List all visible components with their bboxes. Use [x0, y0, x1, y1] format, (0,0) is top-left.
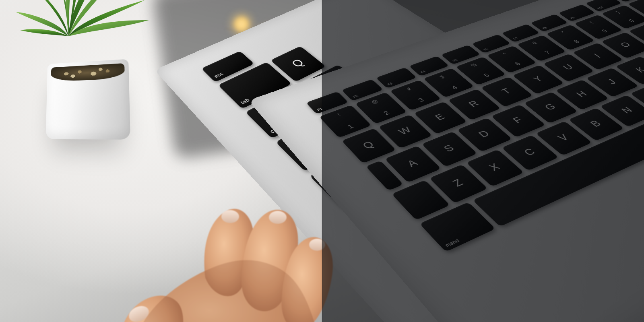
key-label-upper: $ [439, 75, 446, 79]
soil-pebbles [53, 64, 122, 81]
key-label-lower: 8 [572, 39, 581, 44]
key-label-lower: 4 [450, 85, 459, 91]
hand-on-keyboard [101, 193, 358, 322]
key-label: N [619, 105, 636, 115]
key-label-upper: & [531, 41, 539, 45]
photo-scene: esc tab Q caps lock A shift Z option F1F… [0, 0, 644, 322]
key-label: J [605, 77, 619, 86]
key-label: F10 [597, 6, 605, 10]
key-label: A [405, 157, 420, 169]
key-label-upper: ) [615, 10, 621, 14]
key-label: W [396, 125, 414, 136]
key-label-lower: 9 [600, 29, 609, 34]
key-label: F3 [386, 82, 393, 86]
key-label: X [486, 161, 503, 173]
key-label: Q [360, 139, 377, 151]
key-label: F9 [569, 17, 576, 20]
key-label-lower: 2 [382, 110, 391, 116]
key-label: C [521, 147, 538, 158]
key-label: D [476, 128, 492, 139]
key-label: O [618, 41, 634, 49]
key-label: Y [530, 74, 545, 84]
key-label: F11 [623, 0, 630, 0]
key-label: E [432, 112, 447, 122]
key-label-lower: 6 [513, 61, 522, 66]
key-label: F8 [541, 26, 548, 29]
key-label: I [592, 52, 603, 59]
svg-point-1 [221, 210, 239, 223]
key-label-upper: ^ [502, 52, 508, 56]
succulent-plant-icon [16, 0, 153, 48]
key-label: Z [450, 177, 466, 189]
key-label-lower: 3 [417, 97, 426, 103]
key-label: U [560, 63, 576, 72]
svg-point-3 [309, 239, 325, 251]
key-label: H [574, 89, 590, 99]
key-label: K [633, 65, 644, 74]
key-label: F4 [420, 70, 427, 74]
key-label: T [499, 87, 514, 96]
key-label: F5 [452, 58, 458, 62]
key-label: F6 [483, 47, 489, 51]
key-label-lower: 0 [627, 19, 636, 23]
key-label: F [510, 115, 525, 125]
key-label-upper: ( [588, 21, 594, 24]
key-label-upper: # [406, 87, 413, 92]
key-label: B [588, 118, 604, 129]
key-label-lower: 1 [346, 123, 355, 130]
key-label: S [441, 143, 457, 154]
key-label: R [466, 99, 482, 109]
key-label: F7 [512, 37, 519, 40]
key-label-upper: * [560, 31, 567, 34]
key-label: F1 [316, 107, 323, 111]
key-label: G [542, 102, 558, 112]
key-label-upper: % [470, 63, 478, 68]
key-label-lower: 5 [482, 72, 491, 78]
key-label-lower: 7 [543, 50, 552, 55]
svg-point-2 [269, 211, 287, 224]
key-label: F2 [352, 94, 359, 98]
key-label-upper: _ [641, 1, 644, 4]
key-label-upper: ! [336, 113, 342, 117]
key-label-upper: @ [370, 99, 380, 105]
plant-pot [46, 59, 130, 140]
key-label: V [555, 132, 572, 143]
